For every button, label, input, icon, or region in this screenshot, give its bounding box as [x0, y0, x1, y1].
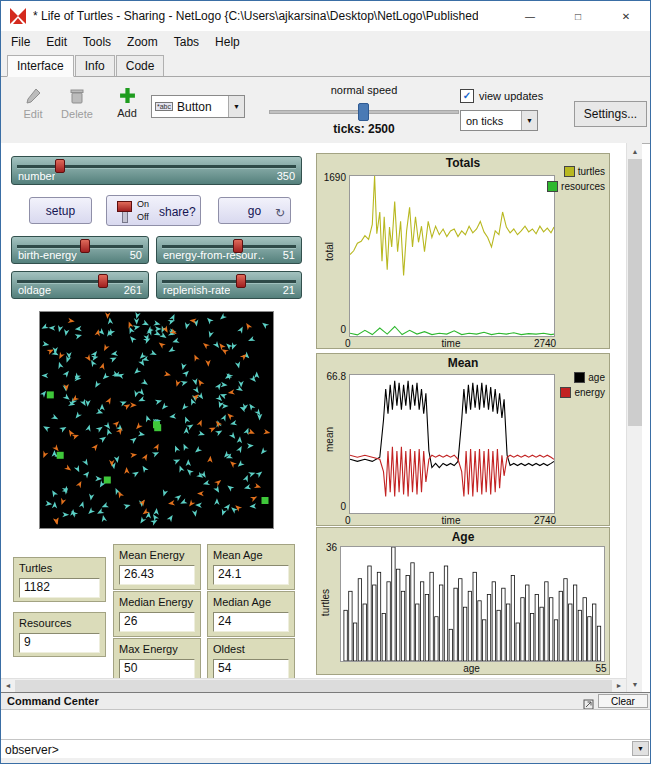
tab-code[interactable]: Code: [116, 55, 165, 76]
view-updates-checkbox[interactable]: ✓ view updates: [460, 89, 543, 103]
tab-bar: Interface Info Code: [1, 53, 650, 77]
maximize-icon: □: [575, 11, 581, 22]
tab-interface[interactable]: Interface: [7, 55, 74, 77]
menu-help[interactable]: Help: [207, 32, 248, 52]
setup-button[interactable]: setup: [29, 197, 92, 224]
menu-edit[interactable]: Edit: [38, 32, 75, 52]
go-button-label: go: [248, 204, 261, 218]
switch-share[interactable]: On Off share?: [106, 195, 201, 226]
delete-widget-button[interactable]: Delete: [57, 87, 97, 120]
edit-widget-button[interactable]: Edit: [13, 87, 53, 120]
legend-swatch-turtles: [564, 166, 575, 177]
horizontal-scrollbar-thumb[interactable]: [15, 680, 612, 692]
monitor-label: Turtles: [19, 562, 52, 574]
menu-tabs[interactable]: Tabs: [166, 32, 207, 52]
scroll-up-icon[interactable]: ▲: [627, 143, 643, 159]
slider-handle[interactable]: [80, 239, 90, 253]
slider-energy-from-resources[interactable]: energy-from-resour… 51: [156, 236, 302, 264]
netlogo-window: * Life of Turtles - Sharing - NetLogo {C…: [0, 0, 651, 764]
minimize-button[interactable]: —: [506, 1, 554, 31]
legend-label: turtles: [578, 166, 605, 177]
x-axis-label: age: [340, 663, 603, 674]
plot-title: Age: [317, 530, 609, 544]
slider-number[interactable]: number 350: [11, 156, 302, 185]
y-max-label: 1690: [317, 172, 346, 183]
slider-handle[interactable]: [98, 274, 108, 288]
monitor-label: Resources: [19, 617, 72, 629]
x-axis-label: time: [349, 338, 553, 349]
slider-oldage[interactable]: oldage 261: [11, 271, 149, 299]
monitor-resources: Resources 9: [13, 612, 106, 657]
plot-area: [340, 546, 605, 662]
slider-replenish-rate[interactable]: replenish-rate 21: [156, 271, 302, 299]
slider-label: oldage: [18, 284, 51, 296]
slider-handle[interactable]: [236, 274, 246, 288]
add-label: Add: [117, 107, 137, 119]
add-widget-button[interactable]: Add: [107, 87, 147, 119]
plot-area: [349, 175, 555, 337]
widget-type-dropdown[interactable]: *abc Button ▼: [151, 95, 245, 118]
y-min-label: 0: [317, 324, 346, 335]
scroll-left-icon[interactable]: ◄: [1, 679, 15, 692]
dropdown-arrow-icon: ▼: [637, 745, 644, 752]
monitor-label: Mean Energy: [119, 549, 184, 561]
monitor-value: 26: [119, 612, 195, 632]
menu-file[interactable]: File: [3, 32, 38, 52]
close-button[interactable]: ✕: [602, 1, 650, 31]
slider-value: 50: [130, 249, 142, 261]
delete-label: Delete: [61, 108, 93, 120]
plot-totals: Totals 1690 0 total 0 time 2740 turtles …: [316, 153, 610, 349]
monitor-label: Median Age: [213, 596, 271, 608]
slider-value: 21: [283, 284, 295, 296]
monitor-value: 50: [119, 659, 195, 678]
button-widget-icon: *abc: [155, 102, 173, 111]
y-axis-label: turtles: [320, 573, 331, 633]
horizontal-scrollbar[interactable]: ◄ ►: [1, 678, 626, 692]
update-mode-dropdown[interactable]: on ticks ▼: [460, 110, 538, 131]
speed-slider[interactable]: [269, 103, 459, 119]
checkbox-check-icon: ✓: [460, 89, 474, 103]
observer-prompt: observer>: [5, 743, 59, 757]
clear-button[interactable]: Clear: [598, 694, 648, 708]
plot-area: [349, 374, 555, 514]
menu-zoom[interactable]: Zoom: [119, 32, 166, 52]
slider-label: birth-energy: [18, 249, 77, 261]
scroll-down-icon[interactable]: ▼: [627, 676, 643, 692]
window-bottom-edge: [1, 758, 651, 764]
switch-handle[interactable]: [117, 201, 132, 212]
go-button[interactable]: go ↻: [218, 197, 291, 224]
slider-birth-energy[interactable]: birth-energy 50: [11, 236, 149, 264]
legend-swatch-resources: [547, 181, 558, 192]
slider-handle[interactable]: [55, 159, 65, 173]
legend-label: resources: [561, 181, 605, 192]
vertical-scrollbar-thumb[interactable]: [628, 159, 642, 426]
menu-tools[interactable]: Tools: [75, 32, 119, 52]
widget-canvas: number 350 birth-energy 50 energy-from-r…: [1, 143, 626, 678]
monitor-label: Median Energy: [119, 596, 193, 608]
slider-label: replenish-rate: [163, 284, 230, 296]
monitor-value: 9: [19, 633, 100, 653]
y-axis-label: total: [324, 222, 335, 282]
monitor-value: 24.1: [213, 565, 289, 585]
command-center-output[interactable]: [1, 709, 651, 739]
pencil-icon: [24, 87, 42, 105]
monitor-median-age: Median Age 24: [207, 591, 295, 637]
maximize-button[interactable]: □: [554, 1, 602, 31]
speed-slider-thumb[interactable]: [358, 103, 369, 121]
view-updates-label: view updates: [479, 90, 543, 102]
minimize-icon: —: [525, 11, 535, 22]
monitor-turtles: Turtles 1182: [13, 557, 106, 602]
y-min-label: 0: [317, 501, 346, 512]
monitor-value: 26.43: [119, 565, 195, 585]
tab-info[interactable]: Info: [75, 55, 115, 76]
slider-value: 350: [277, 170, 295, 182]
monitor-median-energy: Median Energy 26: [113, 591, 201, 637]
x-max-label: 55: [589, 663, 613, 674]
monitor-mean-energy: Mean Energy 26.43: [113, 544, 201, 590]
settings-button[interactable]: Settings...: [574, 101, 647, 127]
vertical-scrollbar[interactable]: ▲ ▼: [626, 143, 642, 692]
history-dropdown-button[interactable]: ▼: [632, 741, 649, 756]
plot-title: Mean: [317, 356, 609, 370]
scroll-right-icon[interactable]: ►: [612, 679, 626, 692]
world-view[interactable]: [39, 311, 274, 529]
